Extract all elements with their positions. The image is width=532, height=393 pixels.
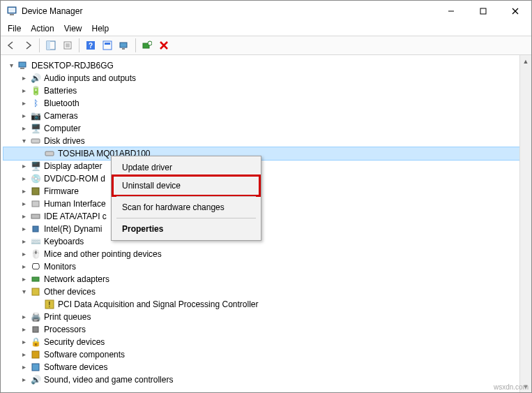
firmware-icon — [30, 186, 41, 197]
titlebar: Device Manager — [1, 1, 531, 22]
node-label: Print queues — [44, 311, 91, 323]
tree-node-hid[interactable]: ▸Human Interface — [3, 198, 531, 210]
tree-node-disk-drives[interactable]: ▾Disk drives — [3, 135, 531, 147]
tree-node-other-child[interactable]: !PCI Data Acquisition and Signal Process… — [3, 298, 531, 311]
add-legacy-icon[interactable] — [139, 38, 155, 53]
svg-rect-37 — [32, 364, 39, 371]
node-label: Sound, video and game controllers — [44, 373, 173, 386]
back-button[interactable] — [3, 38, 19, 53]
tree-node-network[interactable]: ▸Network adapters — [3, 273, 531, 286]
expand-icon[interactable]: ▸ — [19, 350, 29, 359]
tree-node-batteries[interactable]: ▸🔋Batteries — [3, 84, 531, 97]
tree-node-sound[interactable]: ▸🔊Sound, video and game controllers — [3, 373, 531, 386]
tree-node-disk-child[interactable]: TOSHIBA MQ01ABD100 — [3, 147, 531, 160]
toolbar-separator — [39, 38, 40, 52]
expand-icon[interactable]: ▸ — [19, 237, 29, 246]
menubar: File Action View Help — [1, 22, 531, 36]
tree-node-software-devices[interactable]: ▸Software devices — [3, 361, 531, 373]
tree-root[interactable]: ▾ DESKTOP-RDJB6GG — [3, 59, 531, 72]
menu-uninstall-device[interactable]: Uninstall device — [112, 175, 261, 197]
menu-view[interactable]: View — [60, 22, 86, 35]
expand-icon[interactable]: ▸ — [19, 312, 29, 322]
collapse-icon[interactable]: ▾ — [19, 287, 29, 297]
expand-icon[interactable]: ▸ — [19, 224, 29, 234]
device-tree[interactable]: ▾ DESKTOP-RDJB6GG ▸🔊Audio inputs and out… — [1, 55, 531, 386]
expand-icon[interactable]: ▸ — [19, 199, 29, 209]
show-hide-console-tree-icon[interactable] — [43, 38, 59, 53]
node-label: Mice and other pointing devices — [44, 248, 162, 260]
node-label: Monitors — [44, 260, 76, 273]
expand-icon[interactable]: ▸ — [19, 375, 29, 385]
tree-node-firmware[interactable]: ▸Firmware — [3, 185, 531, 198]
dvd-icon: 💿 — [30, 173, 41, 184]
tree-node-mice[interactable]: ▸🖱️Mice and other pointing devices — [3, 248, 531, 260]
tree-node-intel[interactable]: ▸Intel(R) Dynami — [3, 223, 531, 235]
svg-rect-30 — [33, 226, 38, 232]
other-icon — [30, 286, 41, 297]
mouse-icon: 🖱️ — [30, 249, 41, 260]
action-icon[interactable] — [100, 38, 115, 53]
menu-action[interactable]: Action — [26, 22, 58, 35]
expand-icon[interactable]: ▸ — [19, 161, 29, 171]
collapse-icon[interactable]: ▾ — [19, 136, 29, 146]
expand-icon[interactable]: ▸ — [19, 274, 29, 284]
maximize-button[interactable] — [467, 1, 499, 22]
menu-properties[interactable]: Properties — [114, 220, 259, 238]
svg-text:?: ? — [89, 42, 93, 50]
tree-node-security[interactable]: ▸🔒Security devices — [3, 336, 531, 348]
tree-node-print[interactable]: ▸🖨️Print queues — [3, 311, 531, 323]
tree-node-software-components[interactable]: ▸Software components — [3, 348, 531, 361]
sound-icon: 🔊 — [30, 374, 41, 385]
expand-icon[interactable]: ▸ — [19, 337, 29, 347]
node-label: Software devices — [44, 361, 107, 373]
tree-node-computer[interactable]: ▸🖥️Computer — [3, 122, 531, 135]
close-button[interactable] — [499, 1, 531, 22]
node-label: Batteries — [44, 84, 77, 97]
expand-icon[interactable]: ▸ — [19, 362, 29, 372]
expand-icon[interactable]: ▸ — [19, 212, 29, 221]
scan-hardware-icon[interactable] — [116, 38, 132, 53]
window-controls — [435, 1, 531, 22]
minimize-button[interactable] — [435, 1, 467, 22]
expander-spacer — [33, 299, 43, 309]
scroll-up-icon[interactable]: ▲ — [520, 55, 531, 67]
expand-icon[interactable]: ▸ — [19, 249, 29, 259]
tree-node-audio[interactable]: ▸🔊Audio inputs and outputs — [3, 72, 531, 84]
expand-icon[interactable]: ▸ — [19, 174, 29, 184]
tree-node-display[interactable]: ▸🖥️Display adapter — [3, 160, 531, 172]
monitor-icon: 🖵 — [30, 261, 41, 272]
collapse-icon[interactable]: ▾ — [6, 61, 16, 71]
tree-node-cameras[interactable]: ▸📷Cameras — [3, 110, 531, 122]
tree-node-ide[interactable]: ▸IDE ATA/ATAPI c — [3, 210, 531, 223]
help-icon[interactable]: ? — [83, 38, 98, 53]
expand-icon[interactable]: ▸ — [19, 111, 29, 121]
expand-icon[interactable]: ▸ — [19, 73, 29, 83]
menu-scan-hardware[interactable]: Scan for hardware changes — [114, 198, 259, 216]
expand-icon[interactable]: ▸ — [19, 98, 29, 108]
node-label: Security devices — [44, 336, 105, 348]
properties-icon[interactable] — [60, 38, 75, 53]
svg-rect-15 — [103, 41, 112, 50]
tree-node-dvd[interactable]: ▸💿DVD/CD-ROM d — [3, 172, 531, 185]
tree-node-keyboards[interactable]: ▸⌨️Keyboards — [3, 235, 531, 248]
tree-node-other[interactable]: ▾Other devices — [3, 286, 531, 298]
menu-file[interactable]: File — [3, 22, 25, 35]
expand-icon[interactable]: ▸ — [19, 325, 29, 334]
tree-node-monitors[interactable]: ▸🖵Monitors — [3, 260, 531, 273]
svg-rect-24 — [20, 68, 24, 69]
node-label: Computer — [44, 122, 81, 135]
expand-icon[interactable]: ▸ — [19, 186, 29, 196]
software-icon — [30, 362, 41, 373]
node-label: Other devices — [44, 286, 96, 298]
vertical-scrollbar[interactable]: ▲ ▼ — [519, 55, 531, 392]
expand-icon[interactable]: ▸ — [19, 124, 29, 133]
uninstall-icon[interactable] — [156, 38, 172, 53]
node-label: Firmware — [44, 185, 79, 198]
tree-root-label: DESKTOP-RDJB6GG — [31, 59, 114, 72]
expand-icon[interactable]: ▸ — [19, 262, 29, 272]
tree-node-bluetooth[interactable]: ▸ᛒBluetooth — [3, 97, 531, 110]
forward-button[interactable] — [20, 38, 36, 53]
tree-node-processors[interactable]: ▸Processors — [3, 323, 531, 336]
expand-icon[interactable]: ▸ — [19, 86, 29, 96]
menu-help[interactable]: Help — [88, 22, 114, 35]
